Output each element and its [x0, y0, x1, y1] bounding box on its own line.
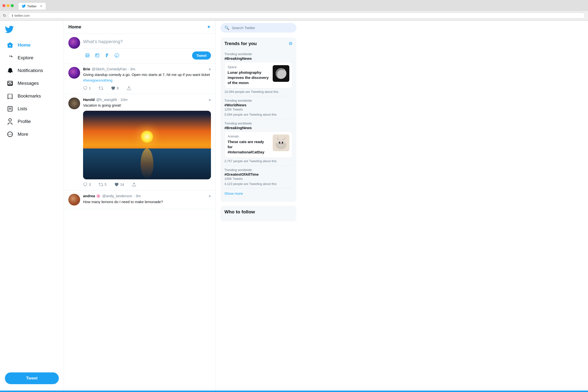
tweet-hashtag[interactable]: #heregoesnothing	[83, 78, 112, 82]
browser-close-dot[interactable]	[2, 4, 6, 7]
tweet-user-info: andrea 🌸 @andy_landerson · 3m	[83, 194, 141, 198]
reflection	[141, 148, 153, 179]
tab-close-button[interactable]: ✕	[40, 4, 42, 8]
messages-icon	[7, 80, 13, 86]
trend-item[interactable]: Trending worldwide #BreakingNews Animals…	[224, 119, 292, 166]
trend-card-title: Lunar photography improves the discovery…	[228, 70, 270, 85]
sparkle-icon[interactable]: ✦	[207, 24, 211, 30]
svg-point-5	[279, 142, 280, 144]
compose-right: What's happening?	[83, 37, 211, 60]
tweet-handle: @h_wang88	[96, 98, 117, 102]
share-button[interactable]	[132, 182, 136, 187]
trend-item[interactable]: Trending worldwide #WorldNews 125K Tweet…	[224, 96, 292, 119]
show-more-link[interactable]: Show more	[224, 188, 292, 198]
tweet-card[interactable]: Brie @Sktch_ComedyFan · 3m ∨ Giving stan…	[64, 64, 215, 94]
like-button[interactable]: 8	[111, 86, 119, 90]
browser-top-bar: Twitter ✕	[0, 0, 588, 11]
url-text: twitter.com	[14, 14, 30, 18]
home-icon	[7, 42, 13, 48]
trend-count: 100K Tweets	[224, 177, 292, 180]
tweet-image	[83, 111, 211, 179]
retweet-button[interactable]: 5	[99, 182, 106, 187]
compose-emoji-icon[interactable]	[112, 51, 121, 60]
sidebar-item-lists[interactable]: Lists	[2, 103, 62, 115]
tweet-text: Vacation is going great!	[83, 103, 211, 108]
sidebar-item-more[interactable]: More	[2, 128, 62, 140]
more-icon	[7, 131, 13, 138]
reply-button[interactable]: 1	[83, 86, 91, 90]
share-button[interactable]	[127, 86, 131, 90]
tweet-handle: @Sktch_ComedyFan	[92, 67, 127, 71]
sidebar-item-home-label: Home	[18, 42, 30, 48]
sidebar-item-bookmarks-label: Bookmarks	[18, 93, 41, 99]
feed-header: Home ✦	[64, 20, 215, 34]
sidebar-tweet-button[interactable]: Tweet	[5, 372, 59, 384]
explore-icon	[7, 55, 13, 61]
compose-gif-icon[interactable]	[93, 51, 102, 60]
sidebar-item-profile[interactable]: Profile	[2, 116, 62, 128]
twitter-logo[interactable]	[0, 23, 64, 38]
trends-settings-icon[interactable]: ⚙	[288, 41, 292, 46]
compose-image-icon[interactable]	[83, 51, 92, 60]
trend-item[interactable]: Trending worldwide #BreakingNews Space L…	[224, 50, 292, 96]
like-count: 14	[120, 182, 124, 186]
sidebar-item-notifications-label: Notifications	[18, 68, 43, 73]
sidebar-item-messages[interactable]: Messages	[2, 77, 62, 90]
trend-card: Space Lunar photography improves the dis…	[224, 62, 292, 88]
trend-hashtag: #BreakingNews	[224, 56, 292, 60]
tweet-handle: @andy_landerson	[102, 194, 132, 198]
sidebar-item-lists-label: Lists	[18, 106, 27, 112]
trend-card-title: These cats are ready for #InternationalC…	[228, 139, 270, 154]
url-info-icon: ℹ	[12, 14, 13, 18]
sidebar-item-home[interactable]: Home	[2, 39, 62, 51]
compose-placeholder[interactable]: What's happening?	[83, 37, 211, 48]
trend-card-text: Space Lunar photography improves the dis…	[228, 65, 270, 85]
trend-people: 5,094 people are Tweeting about this	[224, 113, 292, 116]
trend-card-moon-image	[273, 65, 289, 82]
twitter-favicon	[22, 4, 26, 8]
compose-tweet-button[interactable]: Tweet	[192, 52, 211, 60]
like-button[interactable]: 14	[114, 182, 124, 187]
tweet-time: · 3m	[128, 67, 135, 71]
sidebar-item-explore[interactable]: Explore	[2, 52, 62, 64]
reply-count: 3	[89, 182, 91, 186]
who-to-follow-title: Who to follow	[224, 209, 292, 214]
retweet-button[interactable]	[99, 86, 103, 90]
refresh-button[interactable]: ↻	[3, 13, 6, 18]
reply-button[interactable]: 3	[83, 182, 91, 187]
trend-card-cat-image	[273, 134, 289, 151]
trend-hashtag: #GreatestOfAllTime	[224, 172, 292, 176]
trend-people: 4,123 people are Tweeting about this	[224, 182, 292, 186]
trend-item[interactable]: Trending worldwide #GreatestOfAllTime 10…	[224, 166, 292, 188]
retweet-count: 5	[104, 182, 106, 186]
url-bar[interactable]: ℹ twitter.com	[8, 12, 585, 18]
moon-svg	[275, 68, 287, 80]
tweet-header: andrea 🌸 @andy_landerson · 3m ∨	[83, 194, 211, 198]
notifications-icon	[7, 68, 13, 74]
svg-point-2	[277, 139, 285, 146]
sidebar-item-notifications[interactable]: Notifications	[2, 64, 62, 77]
profile-icon	[7, 118, 13, 125]
tweet-avatar	[68, 194, 80, 206]
compose-poll-icon[interactable]	[103, 51, 112, 60]
browser-address-bar: ↻ ℹ twitter.com	[0, 11, 588, 20]
sidebar-item-bookmarks[interactable]: Bookmarks	[2, 90, 62, 102]
trend-count: 125K Tweets	[224, 108, 292, 111]
tweet-card[interactable]: andrea 🌸 @andy_landerson · 3m ∨ How many…	[64, 190, 215, 209]
svg-marker-4	[283, 137, 286, 140]
tweet-card[interactable]: Harold @h_wang88 · 10m ∨ Vacation is goi…	[64, 94, 215, 190]
tweet-content: Brie @Sktch_ComedyFan · 3m ∨ Giving stan…	[83, 67, 211, 90]
sidebar-item-profile-label: Profile	[18, 119, 31, 124]
tweet-top: Brie @Sktch_ComedyFan · 3m ∨ Giving stan…	[68, 67, 211, 90]
browser-fullscreen-dot[interactable]	[11, 4, 14, 7]
browser-tab[interactable]: Twitter ✕	[18, 2, 46, 10]
browser-minimize-dot[interactable]	[6, 4, 10, 7]
tweet-options-chevron[interactable]: ∨	[208, 98, 211, 102]
compose-actions: Tweet	[83, 48, 211, 60]
trend-card: Animals These cats are ready for #Intern…	[224, 131, 292, 158]
search-bar[interactable]: 🔍	[220, 23, 296, 32]
search-input[interactable]	[232, 26, 292, 30]
tweet-options-chevron[interactable]: ∨	[208, 194, 211, 198]
tweet-options-chevron[interactable]: ∨	[208, 67, 211, 71]
trend-people: 2,757 people are Tweeting about this	[224, 159, 292, 163]
